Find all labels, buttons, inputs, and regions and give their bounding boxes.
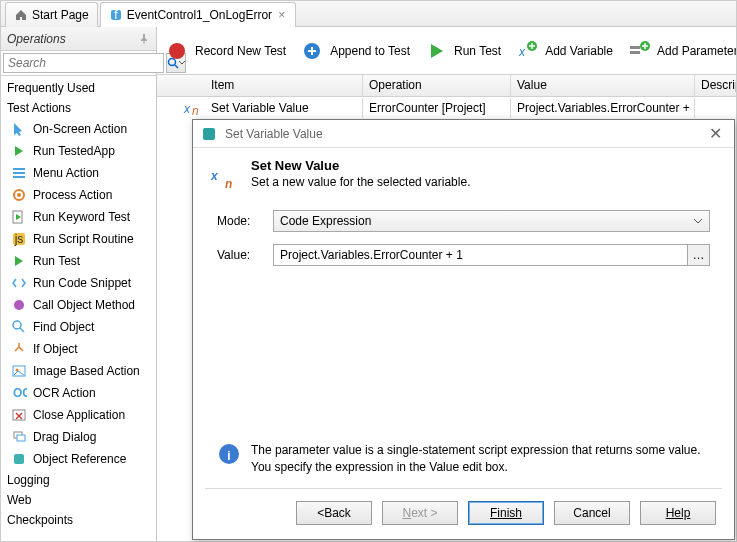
category-web[interactable]: Web bbox=[1, 490, 156, 510]
play-icon bbox=[11, 253, 27, 269]
tab-start-page[interactable]: Start Page bbox=[5, 2, 98, 27]
svg-text:OCR: OCR bbox=[13, 386, 27, 400]
cell-description bbox=[695, 105, 737, 111]
op-process-action[interactable]: Process Action bbox=[1, 184, 156, 206]
category-frequently-used[interactable]: Frequently Used bbox=[1, 78, 156, 98]
dialog-info: i The parameter value is a single-statem… bbox=[193, 432, 734, 482]
chevron-down-icon bbox=[693, 216, 703, 226]
op-call-object-method[interactable]: Call Object Method bbox=[1, 294, 156, 316]
op-image-based-action[interactable]: Image Based Action bbox=[1, 360, 156, 382]
op-drag-dialog[interactable]: Drag Dialog bbox=[1, 426, 156, 448]
tab-label: EventControl1_OnLogError bbox=[127, 8, 272, 22]
grid-row[interactable]: xn Set Variable Value ErrorCounter [Proj… bbox=[157, 97, 737, 119]
variable-icon: x bbox=[515, 39, 539, 63]
op-find-object[interactable]: Find Object bbox=[1, 316, 156, 338]
category-logging[interactable]: Logging bbox=[1, 470, 156, 490]
variable-icon: xn bbox=[209, 158, 241, 190]
ellipsis-icon: … bbox=[693, 248, 705, 262]
svg-rect-5 bbox=[13, 172, 25, 174]
op-run-keyword-test[interactable]: Run Keyword Test bbox=[1, 206, 156, 228]
close-icon[interactable]: × bbox=[276, 8, 287, 22]
op-run-testedapp[interactable]: Run TestedApp bbox=[1, 140, 156, 162]
branch-icon bbox=[11, 341, 27, 357]
svg-point-12 bbox=[14, 300, 24, 310]
record-icon bbox=[165, 39, 189, 63]
svg-point-22 bbox=[169, 43, 185, 59]
op-if-object[interactable]: If Object bbox=[1, 338, 156, 360]
next-button[interactable]: Next > bbox=[382, 501, 458, 525]
add-variable-button[interactable]: xAdd Variable bbox=[515, 39, 613, 63]
record-new-test-button[interactable]: Record New Test bbox=[165, 39, 286, 63]
set-variable-dialog: Set Variable Value ✕ xn Set New Value Se… bbox=[192, 119, 735, 540]
cell-value: Project.Variables.ErrorCounter + 1 bbox=[511, 98, 695, 118]
app-icon bbox=[201, 126, 217, 142]
back-button[interactable]: < Back bbox=[296, 501, 372, 525]
op-run-code-snippet[interactable]: Run Code Snippet bbox=[1, 272, 156, 294]
append-icon bbox=[300, 39, 324, 63]
dialog-body: Mode: Code Expression Value: … bbox=[193, 204, 734, 432]
play-doc-icon bbox=[11, 209, 27, 225]
editor-toolbar: Record New Test Append to Test Run Test … bbox=[157, 27, 737, 75]
svg-rect-26 bbox=[630, 46, 640, 49]
run-test-button[interactable]: Run Test bbox=[424, 39, 501, 63]
svg-line-14 bbox=[20, 328, 24, 332]
info-text: The parameter value is a single-statemen… bbox=[251, 442, 710, 476]
svg-rect-4 bbox=[13, 168, 25, 170]
col-operation[interactable]: Operation bbox=[363, 75, 511, 96]
op-ocr-action[interactable]: OCROCR Action bbox=[1, 382, 156, 404]
svg-rect-6 bbox=[13, 176, 25, 178]
op-close-application[interactable]: Close Application bbox=[1, 404, 156, 426]
dialog-heading: Set New Value bbox=[251, 158, 470, 173]
svg-point-8 bbox=[17, 193, 21, 197]
op-object-reference[interactable]: Object Reference bbox=[1, 448, 156, 470]
search-input[interactable] bbox=[3, 53, 164, 73]
svg-rect-31 bbox=[203, 128, 215, 140]
svg-point-13 bbox=[13, 321, 21, 329]
grid-header: Item Operation Value Description Auto-w bbox=[157, 75, 737, 97]
op-run-script-routine[interactable]: jsRun Script Routine bbox=[1, 228, 156, 250]
test-file-icon: f bbox=[109, 8, 123, 22]
row-icon-cell: xn bbox=[157, 100, 205, 116]
append-to-test-button[interactable]: Append to Test bbox=[300, 39, 410, 63]
close-app-icon bbox=[11, 407, 27, 423]
cursor-icon bbox=[11, 121, 27, 137]
op-run-test[interactable]: Run Test bbox=[1, 250, 156, 272]
op-menu-action[interactable]: Menu Action bbox=[1, 162, 156, 184]
gear-icon bbox=[11, 187, 27, 203]
dialog-caption: Set Variable Value bbox=[225, 127, 323, 141]
col-item[interactable]: Item bbox=[205, 75, 363, 96]
dialog-subheading: Set a new value for the selected variabl… bbox=[251, 175, 470, 189]
parameter-icon bbox=[627, 39, 651, 63]
variable-icon: xn bbox=[183, 100, 201, 116]
svg-rect-20 bbox=[17, 435, 25, 441]
home-icon bbox=[14, 8, 28, 22]
browse-button[interactable]: … bbox=[688, 244, 710, 266]
help-button[interactable]: Help bbox=[640, 501, 716, 525]
svg-text:x: x bbox=[210, 169, 219, 183]
script-icon: js bbox=[11, 231, 27, 247]
mode-select[interactable]: Code Expression bbox=[273, 210, 710, 232]
play-icon bbox=[11, 143, 27, 159]
svg-text:i: i bbox=[227, 449, 230, 463]
close-icon[interactable]: ✕ bbox=[705, 124, 726, 143]
panel-title: Operations bbox=[7, 32, 66, 46]
drag-icon bbox=[11, 429, 27, 445]
category-test-actions[interactable]: Test Actions bbox=[1, 98, 156, 118]
menu-icon bbox=[11, 165, 27, 181]
mode-label: Mode: bbox=[217, 214, 265, 228]
dialog-header: xn Set New Value Set a new value for the… bbox=[193, 148, 734, 204]
category-checkpoints[interactable]: Checkpoints bbox=[1, 510, 156, 530]
dialog-titlebar[interactable]: Set Variable Value ✕ bbox=[193, 120, 734, 148]
dialog-buttons: < Back Next > Finish Cancel Help bbox=[193, 489, 734, 539]
op-onscreen-action[interactable]: On-Screen Action bbox=[1, 118, 156, 140]
col-value[interactable]: Value bbox=[511, 75, 695, 96]
finish-button[interactable]: Finish bbox=[468, 501, 544, 525]
add-parameter-button[interactable]: Add Parameter bbox=[627, 39, 737, 63]
tab-event-control[interactable]: f EventControl1_OnLogError × bbox=[100, 2, 296, 27]
ref-icon bbox=[11, 451, 27, 467]
value-input[interactable] bbox=[273, 244, 688, 266]
cancel-button[interactable]: Cancel bbox=[554, 501, 630, 525]
pin-icon[interactable] bbox=[138, 33, 150, 45]
svg-text:js: js bbox=[14, 232, 24, 246]
col-description[interactable]: Description bbox=[695, 75, 737, 96]
